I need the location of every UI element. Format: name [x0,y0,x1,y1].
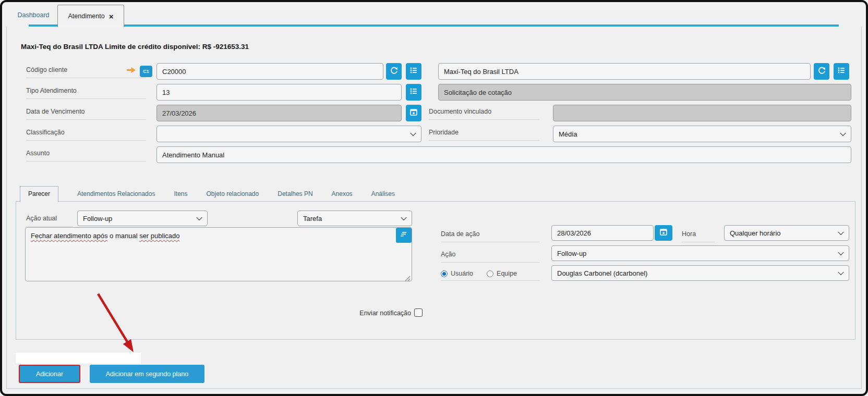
prioridade-select[interactable]: Média [553,126,851,142]
chevron-down-icon [838,229,843,235]
align-text-icon [400,230,408,240]
assunto-input[interactable] [156,146,851,163]
data-acao-input[interactable] [551,225,654,241]
tipo-parecer-select[interactable]: Tarefa [297,211,412,226]
chevron-down-icon [196,215,202,220]
c1-badge: C1 [140,66,152,77]
adicionar-segundo-plano-button[interactable]: Adicionar em segundo plano [90,365,204,383]
refresh-icon [390,66,399,77]
chevron-down-icon [838,269,843,275]
sub-tab-itens[interactable]: Itens [174,190,187,202]
equipe-radio[interactable] [487,270,493,277]
chevron-down-icon [410,130,416,136]
acao-atual-select-value: Follow-up [83,215,112,222]
tab-atendimento[interactable]: Atendimento × [57,5,124,27]
calendar-button[interactable] [406,105,421,121]
usuario-radio-label: Usuário [451,270,473,277]
list-icon [409,66,418,77]
parecer-note-text: Fechar atendimento após o manual ser pub… [31,232,179,240]
sub-tab-atendimentos-relacionados[interactable]: Atendimentos Relacionados [77,190,155,202]
equipe-radio-group[interactable]: Equipe [487,270,517,277]
acao-select[interactable]: Follow-up [551,245,849,261]
enviar-notificacao-checkbox[interactable] [414,308,423,317]
prioridade-label: Prioridade [429,127,539,141]
refresh-button[interactable] [814,63,829,80]
equipe-radio-label: Equipe [497,270,517,277]
link-arrow-icon[interactable] [126,66,136,76]
sub-tab-detalhes-pn[interactable]: Detalhes PN [278,190,312,202]
choose-from-list-button[interactable] [834,63,849,80]
acao-atual-label: Ação atual [26,213,73,227]
tipo-atendimento-label: Tipo Atendimento [26,85,146,99]
acao-label: Ação [441,249,540,263]
hora-select[interactable]: Qualquer horário [724,225,849,241]
annotation-highlight-box [16,353,141,364]
choose-from-list-button[interactable] [406,63,421,80]
calendar-icon [659,228,668,238]
classificacao-label: Classificação [26,127,146,141]
classificacao-select[interactable] [156,126,421,142]
close-icon[interactable]: × [109,13,114,20]
chevron-down-icon [840,130,846,136]
documento-vinculado-label: Documento vinculado [429,106,539,120]
acao-atual-select[interactable]: Follow-up [77,211,208,226]
responsavel-select-value: Douglas Carbonel (dcarbonel) [557,269,647,277]
refresh-icon [817,66,826,77]
tipo-atendimento-input[interactable] [156,84,402,101]
codigo-cliente-input[interactable] [156,63,383,80]
chevron-down-icon [838,250,843,255]
data-acao-label: Data de ação [441,228,540,242]
sub-tab-parecer[interactable]: Parecer [20,186,58,202]
window-frame: Dashboard Atendimento × Maxi-Teq do Bras… [0,0,868,396]
hora-select-value: Qualquer horário [730,229,781,237]
choose-from-list-button[interactable] [406,84,421,101]
calendar-button[interactable] [655,225,672,241]
data-vencimento-label: Data de Vencimento [26,106,146,120]
enviar-notificacao-label: Enviar notificação [338,310,411,317]
acao-select-value: Follow-up [557,250,586,257]
responsavel-select[interactable]: Douglas Carbonel (dcarbonel) [551,265,849,281]
credit-limit-header: Maxi-Teq do Brasil LTDA Limite de crédit… [21,43,249,51]
adicionar-button[interactable]: Adicionar [19,365,80,383]
resize-grip[interactable] [405,274,411,280]
tab-atendimento-label: Atendimento [68,13,105,20]
list-icon [409,87,418,97]
responsavel-radio-row: Usuário Equipe [441,267,540,281]
sub-tab-objeto-relacionado[interactable]: Objeto relacionado [206,190,259,202]
data-vencimento-input [156,105,402,121]
tipo-atendimento-desc-input [438,84,851,101]
assunto-label: Assunto [26,147,146,162]
tab-dashboard[interactable]: Dashboard [11,7,55,23]
refresh-button[interactable] [386,63,402,80]
parecer-note-textarea[interactable]: Fechar atendimento após o manual ser pub… [25,227,412,281]
calendar-icon [409,108,418,118]
usuario-radio[interactable] [441,270,448,277]
active-tab-indicator [29,24,839,27]
cliente-nome-input[interactable] [438,63,811,80]
tipo-parecer-select-value: Tarefa [303,215,322,222]
usuario-radio-group[interactable]: Usuário [441,270,473,277]
documento-vinculado-input [553,105,851,121]
text-format-button[interactable] [396,228,412,243]
sub-tab-analises[interactable]: Análises [371,190,395,202]
list-icon [837,66,846,77]
chevron-down-icon [401,215,406,220]
prioridade-select-value: Média [559,130,577,138]
app-background: Dashboard Atendimento × Maxi-Teq do Bras… [0,0,868,396]
sub-tab-bar: ParecerAtendimentos RelacionadosItensObj… [20,185,395,202]
hora-label: Hora [682,228,715,242]
sub-tab-anexos[interactable]: Anexos [332,190,353,202]
